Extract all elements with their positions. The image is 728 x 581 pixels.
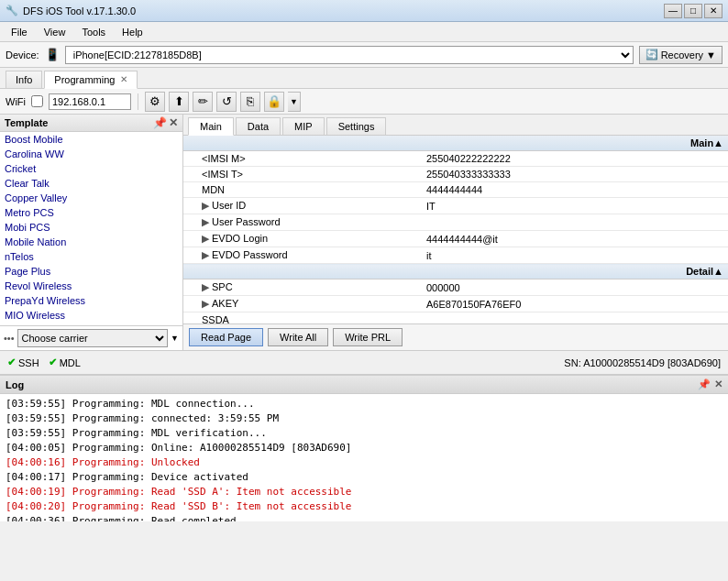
template-item[interactable]: nTelos [0,249,182,264]
template-item[interactable]: PrepaYd Wireless [0,293,182,308]
ip-input[interactable] [49,93,131,110]
expander-icon[interactable]: ▶ [202,233,209,244]
field-name: <IMSI T> [183,167,422,182]
write-all-button[interactable]: Write All [268,328,328,346]
sub-tab-data[interactable]: Data [236,117,281,135]
log-line: [04:00:17] Programming: Device activated [6,470,722,485]
field-name: ▶User Password [183,214,422,231]
app-icon: 🔧 [6,5,18,16]
field-name: ▶AKEY [183,296,422,312]
refresh-button[interactable]: ↺ [216,92,237,112]
template-list: Boost MobileCarolina WWCricketClear Talk… [0,132,182,325]
read-page-button[interactable]: Read Page [189,328,263,346]
template-item[interactable]: Boost Mobile [0,132,182,147]
expander-icon[interactable]: ▶ [202,298,209,309]
template-item[interactable]: Cricket [0,161,182,176]
mdl-check-icon: ✔ [49,356,57,368]
device-select[interactable]: iPhone[ECID:21278185D8B] [65,46,634,64]
template-item[interactable]: Clear Talk [0,176,182,191]
template-close-icon[interactable]: ✕ [169,116,178,129]
table-row: ▶SPC000000 [183,280,728,296]
close-button[interactable]: ✕ [704,4,722,18]
log-line: [04:00:20] Programming: Read 'SSD B': It… [6,499,722,514]
tab-info[interactable]: Info [6,71,42,88]
field-value: 255040333333333 [422,167,728,182]
field-value: 4444444444@it [422,231,728,247]
sub-tabs: Main Data MIP Settings [183,115,728,136]
settings-button[interactable]: ⚙ [145,92,165,112]
field-value: IT [422,198,728,214]
carrier-arrow-icon[interactable]: ▼ [171,334,179,343]
app-title: DFS iOS Tool v.17.1.30.0 [23,5,136,16]
wifi-checkbox[interactable] [31,95,43,107]
table-row: ▶EVDO Login4444444444@it [183,231,728,247]
recovery-button[interactable]: 🔄 Recovery ▼ [639,46,722,64]
tab-programming[interactable]: Programming ✕ [44,71,138,89]
copy-button[interactable]: ⎘ [240,92,260,112]
mdl-label: MDL [60,357,81,368]
main-section-collapse[interactable]: ▲ [713,137,723,148]
template-item[interactable]: MIO Wireless [0,308,182,323]
recovery-label: Recovery [661,49,703,60]
log-close-icon[interactable]: ✕ [714,378,722,390]
log-line: [04:00:16] Programming: Unlocked [6,455,722,470]
expander-icon[interactable]: ▶ [202,216,209,227]
table-row: <IMSI T>255040333333333 [183,167,728,182]
table-row: ▶AKEYA6E870150FA76EF0 [183,296,728,312]
titlebar: 🔧 DFS iOS Tool v.17.1.30.0 — □ ✕ [0,0,728,22]
log-area: Log 📌 ✕ [03:59:55] Programming: MDL conn… [0,375,728,521]
mdl-status: ✔ MDL [49,356,81,368]
upload-button[interactable]: ⬆ [169,92,189,112]
tab-close-icon[interactable]: ✕ [120,74,127,84]
pencil-button[interactable]: ✏ [193,92,213,112]
field-value [422,214,728,231]
log-line: [04:00:19] Programming: Read 'SSD A': It… [6,485,722,499]
detail-section-collapse[interactable]: ▲ [713,266,723,277]
detail-section-header: Detail▲ [183,264,728,280]
field-value [422,312,728,324]
menu-view[interactable]: View [37,25,73,39]
minimize-button[interactable]: — [664,4,682,18]
menu-tools[interactable]: Tools [74,25,113,39]
ssh-check-icon: ✔ [7,356,16,368]
table-row: ▶EVDO Passwordit [183,247,728,264]
log-line: [04:00:36] Programming: Read completed [6,514,722,521]
log-content: [03:59:55] Programming: MDL connection..… [0,394,728,521]
template-pin-icon[interactable]: 📌 [153,116,167,129]
sub-tab-main[interactable]: Main [188,117,234,136]
menu-file[interactable]: File [4,25,35,39]
template-item[interactable]: Metro PCS [0,205,182,220]
sub-tab-mip[interactable]: MIP [282,117,325,135]
carrier-select[interactable]: Choose carrier [17,329,169,347]
template-item[interactable]: Revol Wireless [0,279,182,293]
main-tabs: Info Programming ✕ [0,68,728,89]
menu-help[interactable]: Help [115,25,150,39]
field-name: MDN [183,182,422,198]
expander-icon[interactable]: ▶ [202,281,209,292]
write-prl-button[interactable]: Write PRL [333,328,403,346]
template-item[interactable]: Carolina WW [0,147,182,161]
maximize-button[interactable]: □ [684,4,702,18]
template-item[interactable]: Mobile Nation [0,235,182,249]
sn-label: SN: A10000285514D9 [803AD690] [564,357,721,368]
table-row: SSDA [183,312,728,324]
template-header: Template 📌 ✕ [0,115,182,132]
sub-tab-settings[interactable]: Settings [326,117,387,135]
expander-icon[interactable]: ▶ [202,249,209,260]
log-header-actions: 📌 ✕ [698,378,722,390]
lock-arrow-button[interactable]: ▼ [288,92,301,112]
expander-icon[interactable]: ▶ [202,200,209,211]
log-pin-icon[interactable]: 📌 [698,378,711,390]
data-table-wrapper: Main ▲ <IMSI M>255040222222222<IMSI T>25… [183,136,728,323]
data-table: Main ▲ <IMSI M>255040222222222<IMSI T>25… [183,136,728,323]
template-header-actions: 📌 ✕ [153,116,178,129]
template-item[interactable]: Page Plus [0,264,182,279]
table-row: MDN4444444444 [183,182,728,198]
field-value: 000000 [422,280,728,296]
table-row: ▶User IDIT [183,198,728,214]
main-section-label: Main [690,137,713,148]
lock-button[interactable]: 🔒 [264,92,284,112]
template-item[interactable]: Copper Valley [0,191,182,205]
field-name: ▶EVDO Login [183,231,422,247]
template-item[interactable]: Mobi PCS [0,220,182,235]
